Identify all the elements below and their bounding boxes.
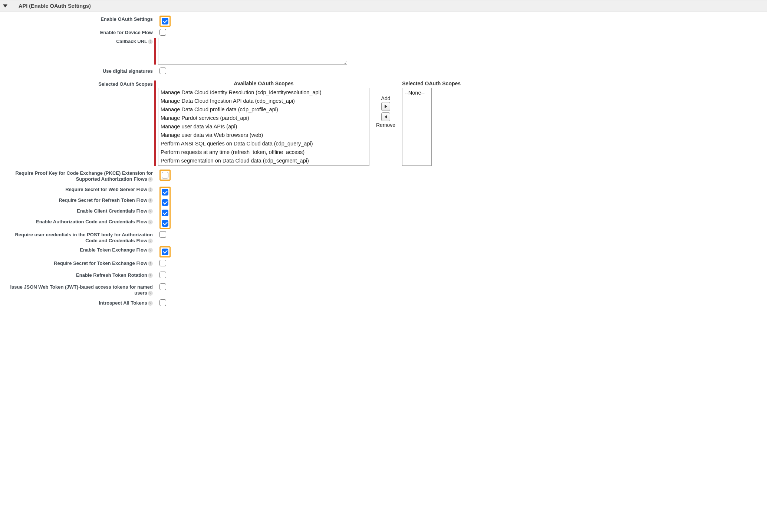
checkbox-auth-code-cred[interactable] <box>162 220 168 227</box>
list-item[interactable]: Manage Data Cloud Identity Resolution (c… <box>158 88 369 97</box>
checkbox-introspect[interactable] <box>159 299 166 306</box>
remove-scope-button[interactable] <box>381 112 390 121</box>
label-web-server: Require Secret for Web Server Flow? <box>6 187 154 192</box>
help-icon[interactable]: ? <box>148 291 153 296</box>
highlight-flows-stack <box>159 187 171 229</box>
label-selected-scopes: Selected OAuth Scopes <box>6 81 154 87</box>
list-item[interactable]: Manage Pardot services (pardot_api) <box>158 114 369 122</box>
help-icon[interactable]: ? <box>148 187 153 192</box>
list-item[interactable]: Manage user data via Web browsers (web) <box>158 131 369 139</box>
label-jwt-tokens: Issue JSON Web Token (JWT)-based access … <box>6 283 154 296</box>
label-client-cred: Enable Client Credentials Flow? <box>6 208 154 214</box>
checkbox-token-exch-secret[interactable] <box>159 260 166 266</box>
checkbox-token-exch[interactable] <box>162 249 168 255</box>
help-icon[interactable]: ? <box>148 273 153 278</box>
checkbox-web-server[interactable] <box>162 189 168 196</box>
checkbox-digital-sig[interactable] <box>159 68 166 74</box>
arrow-left-icon <box>385 115 387 119</box>
list-item[interactable]: Perform segmentation on Data Cloud data … <box>158 157 369 165</box>
label-device-flow: Enable for Device Flow <box>6 29 154 36</box>
selected-scopes-listbox[interactable]: --None-- <box>402 88 432 166</box>
highlight-enable-oauth <box>159 16 171 27</box>
label-enable-oauth: Enable OAuth Settings <box>6 16 154 22</box>
checkbox-refresh-rotation[interactable] <box>159 272 166 278</box>
list-item[interactable]: Perform ANSI SQL queries on Data Cloud d… <box>158 139 369 148</box>
help-icon[interactable]: ? <box>148 39 153 44</box>
section-title: API (Enable OAuth Settings) <box>19 3 91 9</box>
checkbox-device-flow[interactable] <box>159 29 166 36</box>
checkbox-client-cred[interactable] <box>162 210 168 216</box>
help-icon[interactable]: ? <box>148 209 153 214</box>
help-icon[interactable]: ? <box>148 248 153 253</box>
section-header[interactable]: API (Enable OAuth Settings) <box>0 0 767 12</box>
help-icon[interactable]: ? <box>148 301 153 306</box>
highlight-token-exch <box>159 246 171 257</box>
highlight-pkce <box>159 170 171 181</box>
list-item[interactable]: Manage user data via APIs (api) <box>158 122 369 131</box>
label-refresh-flow: Require Secret for Refresh Token Flow? <box>6 197 154 203</box>
checkbox-jwt-tokens[interactable] <box>159 283 166 290</box>
available-scopes-title: Available OAuth Scopes <box>158 81 369 86</box>
collapse-triangle-icon[interactable] <box>3 4 7 7</box>
help-icon[interactable]: ? <box>148 198 153 203</box>
label-digital-sig: Use digital signatures <box>6 68 154 74</box>
list-item[interactable]: Perform requests at any time (refresh_to… <box>158 148 369 157</box>
checkbox-refresh-flow[interactable] <box>162 199 168 206</box>
help-icon[interactable]: ? <box>148 220 153 224</box>
callback-url-textarea[interactable] <box>158 38 347 65</box>
list-item[interactable]: Manage Data Cloud profile data (cdp_prof… <box>158 105 369 114</box>
label-introspect: Introspect All Tokens? <box>6 299 154 306</box>
checkbox-enable-oauth[interactable] <box>162 18 168 24</box>
label-callback-url: Callback URL? <box>6 38 154 45</box>
label-token-exch-secret: Require Secret for Token Exchange Flow? <box>6 260 154 266</box>
arrow-right-icon <box>385 105 387 108</box>
required-bar-icon <box>154 38 156 65</box>
label-refresh-rotation: Enable Refresh Token Rotation? <box>6 272 154 278</box>
available-scopes-listbox[interactable]: Manage Data Cloud Calculated Insight dat… <box>158 88 369 166</box>
help-icon[interactable]: ? <box>148 239 153 243</box>
label-pkce: Require Proof Key for Code Exchange (PKC… <box>6 170 154 183</box>
add-label: Add <box>381 95 391 101</box>
label-token-exch: Enable Token Exchange Flow? <box>6 246 154 253</box>
label-auth-code-cred: Enable Authorization Code and Credential… <box>6 219 154 224</box>
checkbox-pkce[interactable] <box>162 172 168 178</box>
selected-scopes-title: Selected OAuth Scopes <box>402 81 461 86</box>
required-bar-icon <box>154 81 156 166</box>
list-item[interactable]: Manage Data Cloud Ingestion API data (cd… <box>158 97 369 105</box>
label-post-body: Require user credentials in the POST bod… <box>6 231 154 244</box>
remove-label: Remove <box>376 122 395 128</box>
list-item[interactable]: --None-- <box>402 89 431 97</box>
help-icon[interactable]: ? <box>148 261 153 266</box>
add-scope-button[interactable] <box>381 102 390 111</box>
help-icon[interactable]: ? <box>148 177 153 182</box>
checkbox-post-body[interactable] <box>159 231 166 238</box>
